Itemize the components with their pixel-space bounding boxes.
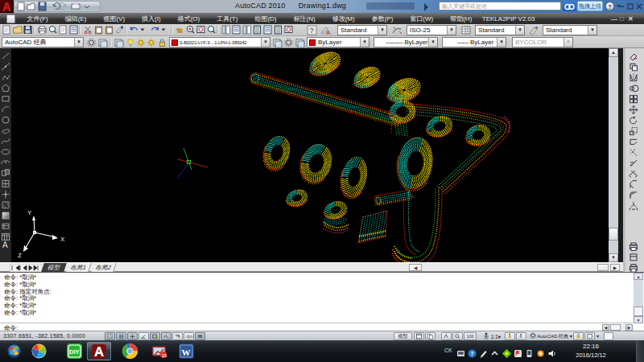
svg-text:A: A [326,29,331,35]
svg-text:?: ? [470,351,473,356]
svg-text:dyn: dyn [187,335,193,339]
svg-text:Y: Y [27,209,32,216]
svg-text:19: 19 [162,353,167,358]
svg-text:?: ? [310,27,314,35]
svg-text:X: X [60,236,65,243]
svg-text:A: A [2,241,8,249]
svg-text:W: W [181,348,190,357]
svg-text:DIY: DIY [69,348,80,356]
svg-text:Z: Z [18,252,22,259]
